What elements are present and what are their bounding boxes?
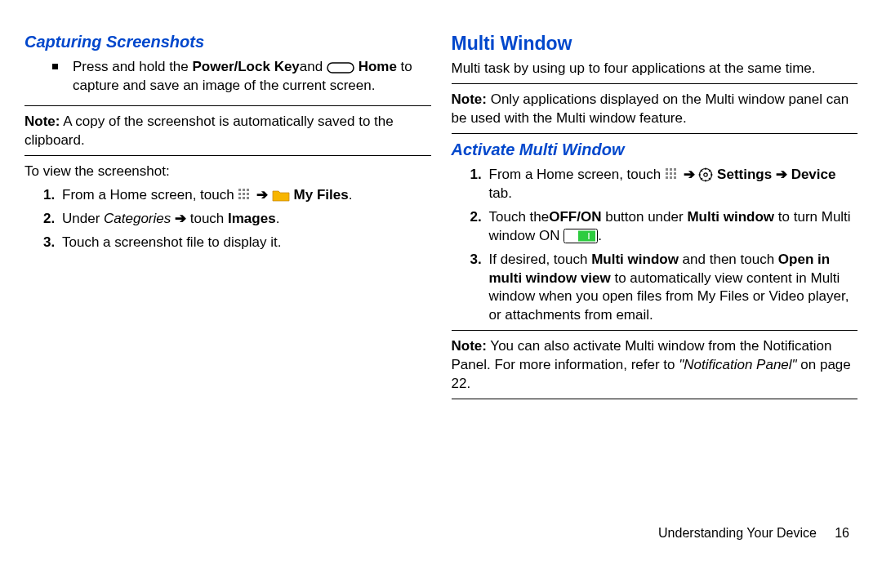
pill-key-icon <box>327 62 354 74</box>
step-3: If desired, touch Multi window and then … <box>486 251 858 326</box>
svg-rect-30 <box>578 231 595 242</box>
gear-icon <box>698 167 713 182</box>
t: Under <box>62 211 104 226</box>
svg-rect-14 <box>670 172 672 175</box>
step-1: From a Home screen, touch ➔ My Files. <box>59 186 431 205</box>
square-bullet-icon <box>52 64 58 69</box>
step-2: Under Categories ➔ touch Images. <box>59 210 431 229</box>
svg-rect-9 <box>247 197 249 199</box>
multi-window-label: Multi window <box>591 252 679 267</box>
svg-rect-11 <box>670 168 672 171</box>
divider <box>452 330 858 331</box>
t: If desired, touch <box>489 252 592 267</box>
categories-label: Categories <box>104 211 171 226</box>
power-lock-key: Power/Lock Key <box>192 59 299 74</box>
heading-activate-multi-window: Activate Multi Window <box>452 140 858 159</box>
t: Touch the <box>489 209 550 225</box>
svg-rect-17 <box>670 176 672 179</box>
note-multi-window-apps: Note: Only applications displayed on the… <box>452 91 858 128</box>
divider <box>452 83 858 84</box>
apps-grid-icon <box>665 167 679 182</box>
svg-rect-7 <box>238 197 241 199</box>
svg-rect-2 <box>243 189 245 191</box>
heading-multi-window: Multi Window <box>452 33 858 55</box>
footer-page-number: 16 <box>835 526 849 540</box>
step-2: Touch theOFF/ON button under Multi windo… <box>486 208 858 246</box>
divider <box>452 133 858 134</box>
footer-chapter: Understanding Your Device <box>658 526 817 540</box>
svg-rect-1 <box>238 189 241 191</box>
t: button under <box>601 209 687 225</box>
svg-rect-5 <box>243 193 245 195</box>
svg-rect-13 <box>666 172 668 175</box>
note-text: Only applications displayed on the Multi… <box>452 91 849 126</box>
home-label: Home <box>354 59 397 74</box>
t: and then touch <box>679 252 778 267</box>
divider <box>24 105 431 106</box>
note-text: A copy of the screenshot is automaticall… <box>24 114 394 148</box>
images-label: Images <box>228 211 276 226</box>
steps-activate-multi-window: From a Home screen, touch ➔ Settings ➔ D… <box>468 166 858 326</box>
svg-rect-18 <box>674 176 676 179</box>
divider <box>452 399 858 399</box>
note-label: Note: <box>452 338 487 354</box>
heading-capturing-screenshots: Capturing Screenshots <box>24 33 431 51</box>
notification-panel-ref: "Notification Panel" <box>679 357 796 372</box>
t: Press and hold the <box>73 59 192 74</box>
svg-rect-0 <box>327 63 354 73</box>
svg-rect-3 <box>247 189 249 191</box>
note-label: Note: <box>24 114 60 129</box>
svg-rect-12 <box>674 168 676 171</box>
t: From a Home screen, touch <box>62 187 238 203</box>
toggle-on-icon <box>564 229 598 243</box>
off-on-label: OFF/ON <box>549 209 601 225</box>
svg-rect-15 <box>674 172 676 175</box>
svg-rect-4 <box>238 193 241 195</box>
bullet-text: Press and hold the Power/Lock Keyand Hom… <box>73 58 431 96</box>
svg-rect-10 <box>666 168 668 171</box>
note-label: Note: <box>452 91 487 107</box>
my-files-label: My Files <box>290 187 349 203</box>
t: . <box>349 187 353 203</box>
page: Capturing Screenshots Press and hold the… <box>0 0 882 555</box>
svg-point-28 <box>704 173 707 176</box>
multi-window-intro: Multi task by using up to four applicati… <box>452 60 858 78</box>
note-notification-panel: Note: You can also activate Multi window… <box>452 337 858 394</box>
step-1: From a Home screen, touch ➔ Settings ➔ D… <box>486 166 858 203</box>
settings-label: Settings <box>713 167 776 182</box>
step-3: Touch a screenshot file to display it. <box>59 234 431 252</box>
t: . <box>276 211 280 226</box>
note-screenshot-clipboard: Note: A copy of the screenshot is automa… <box>24 113 431 150</box>
view-screenshot-label: To view the screenshot: <box>24 163 431 181</box>
t: and <box>300 59 327 74</box>
t: tab. <box>489 185 512 201</box>
folder-icon <box>272 189 290 202</box>
t: . <box>598 228 602 243</box>
bullet-item: Press and hold the Power/Lock Keyand Hom… <box>52 58 431 100</box>
device-label: Device <box>791 167 836 182</box>
page-footer: Understanding Your Device 16 <box>658 526 849 541</box>
divider <box>24 155 431 156</box>
steps-view-screenshot: From a Home screen, touch ➔ My Files. Un… <box>41 186 431 252</box>
t: From a Home screen, touch <box>489 167 665 182</box>
apps-grid-icon <box>238 188 252 203</box>
multi-window-label: Multi window <box>687 209 774 225</box>
svg-rect-16 <box>666 176 668 179</box>
svg-rect-8 <box>243 197 245 199</box>
t: touch <box>186 211 228 226</box>
left-column: Capturing Screenshots Press and hold the… <box>24 33 431 539</box>
svg-rect-6 <box>247 193 249 195</box>
right-column: Multi Window Multi task by using up to f… <box>452 33 858 539</box>
